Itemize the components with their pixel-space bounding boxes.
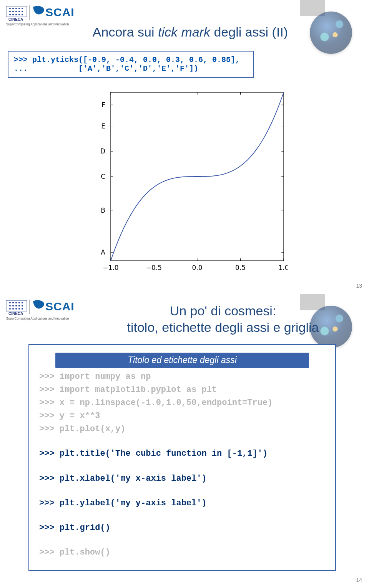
svg-point-66 xyxy=(12,308,14,310)
title-line1: Un po' di cosmesi: xyxy=(170,303,276,318)
svg-point-13 xyxy=(15,14,17,15)
svg-point-4 xyxy=(18,8,20,9)
title-part2: degli assi (II) xyxy=(210,25,288,39)
svg-text:F: F xyxy=(101,101,105,109)
svg-point-67 xyxy=(15,308,17,310)
scai-logo-svg: CINECA SCAI SuperComputing Applications … xyxy=(5,297,98,321)
svg-point-59 xyxy=(22,302,23,303)
svg-point-3 xyxy=(15,8,17,9)
code-box-main: >>> import numpy as np >>> import matplo… xyxy=(28,344,336,571)
svg-point-5 xyxy=(22,8,23,9)
cmd-title: >>> plt.title('The cubic function in [-1… xyxy=(39,447,327,460)
svg-point-11 xyxy=(9,14,11,15)
svg-text:SCAI: SCAI xyxy=(45,300,75,313)
svg-text:1.0: 1.0 xyxy=(278,264,288,272)
import-line-1: >>> import numpy as np xyxy=(39,370,327,383)
chart-svg: −1.0−0.50.00.51.0ABCDEF xyxy=(91,88,288,276)
cmd-xlabel: >>> plt.xlabel('my x-axis label') xyxy=(39,472,327,485)
svg-point-6 xyxy=(9,11,11,12)
page-number-13: 13 xyxy=(356,283,362,289)
svg-point-14 xyxy=(18,14,20,15)
title-part1: Ancora sui xyxy=(93,25,158,39)
import-line-4: >>> y = x**3 xyxy=(39,410,327,423)
svg-point-58 xyxy=(18,302,20,303)
title-line2: titolo, etichette degli assi e griglia xyxy=(127,320,319,335)
svg-point-8 xyxy=(15,11,17,12)
svg-text:B: B xyxy=(101,207,105,214)
logo-block: CINECA SCAI SuperComputing Applications … xyxy=(5,297,98,321)
svg-point-57 xyxy=(15,302,17,303)
svg-point-7 xyxy=(12,11,14,12)
svg-text:SuperComputing Applications an: SuperComputing Applications and Innovati… xyxy=(6,317,69,320)
svg-text:D: D xyxy=(100,147,105,155)
svg-point-61 xyxy=(12,305,14,306)
svg-point-62 xyxy=(15,305,17,306)
svg-text:−0.5: −0.5 xyxy=(146,264,162,272)
cmd-show: >>> plt.show() xyxy=(39,546,327,559)
svg-point-55 xyxy=(9,302,11,303)
code-line-2: ... ['A','B','C','D','E','F']) xyxy=(14,64,248,73)
svg-point-64 xyxy=(22,305,23,306)
svg-text:0.0: 0.0 xyxy=(192,264,202,272)
slide-title: Ancora sui tick mark degli assi (II) xyxy=(27,25,354,40)
svg-point-15 xyxy=(22,14,23,15)
import-line-5: >>> plt.plot(x,y) xyxy=(39,423,327,436)
svg-text:C: C xyxy=(101,173,105,180)
svg-text:A: A xyxy=(101,248,105,256)
svg-point-9 xyxy=(18,11,20,12)
svg-point-65 xyxy=(9,308,11,310)
svg-point-56 xyxy=(12,302,14,303)
svg-rect-17 xyxy=(29,5,30,20)
svg-point-12 xyxy=(12,14,14,15)
svg-text:CINECA: CINECA xyxy=(8,311,23,316)
slide-1: CINECA SCAI SuperComputing Applications … xyxy=(0,0,369,294)
svg-point-10 xyxy=(22,11,23,12)
svg-point-63 xyxy=(18,305,20,306)
svg-point-60 xyxy=(9,305,11,306)
logo-block: CINECA SCAI SuperComputing Applications … xyxy=(5,3,98,27)
import-line-3: >>> x = np.linspace(-1.0,1.0,50,endpoint… xyxy=(39,396,327,410)
svg-point-1 xyxy=(9,8,11,9)
svg-text:E: E xyxy=(101,122,105,130)
code-box-yticks: >>> plt.yticks([-0.9, -0.4, 0.0, 0.3, 0.… xyxy=(8,51,254,78)
svg-text:0.5: 0.5 xyxy=(235,264,246,272)
svg-point-69 xyxy=(22,308,23,310)
page-number-14: 14 xyxy=(356,577,362,583)
cubic-chart: −1.0−0.50.00.51.0ABCDEF xyxy=(91,88,288,276)
title-italic: tick mark xyxy=(158,25,210,39)
svg-text:−1.0: −1.0 xyxy=(103,264,118,272)
section-bar: Titolo ed etichette degli assi xyxy=(55,353,309,368)
svg-text:SCAI: SCAI xyxy=(45,6,75,18)
svg-rect-71 xyxy=(29,300,30,314)
svg-text:CINECA: CINECA xyxy=(8,17,23,22)
code-line-1: >>> plt.yticks([-0.9, -0.4, 0.0, 0.3, 0.… xyxy=(14,55,248,64)
slide-2: CINECA SCAI SuperComputing Applications … xyxy=(0,294,369,588)
import-line-2: >>> import matplotlib.pyplot as plt xyxy=(39,383,327,396)
cmd-grid: >>> plt.grid() xyxy=(39,521,327,535)
svg-point-2 xyxy=(12,8,14,9)
scai-logo-svg: CINECA SCAI SuperComputing Applications … xyxy=(5,3,98,27)
cmd-ylabel: >>> plt.ylabel('my y-axis label') xyxy=(39,497,327,510)
slide-title: Un po' di cosmesi: titolo, etichette deg… xyxy=(100,303,346,335)
svg-point-68 xyxy=(18,308,20,310)
